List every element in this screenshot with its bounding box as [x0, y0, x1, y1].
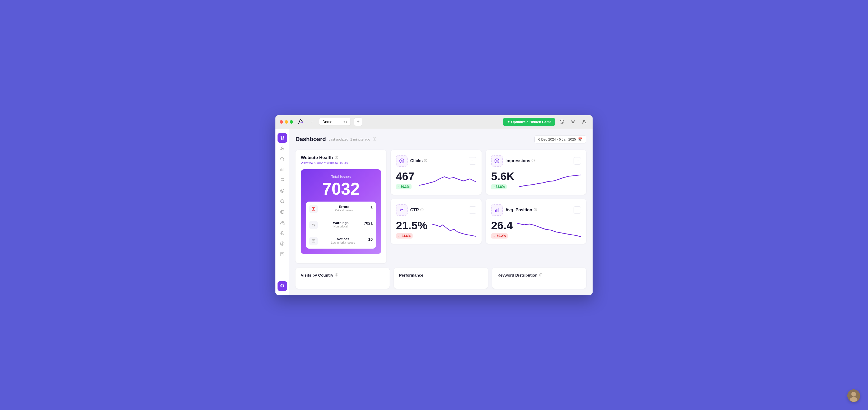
notices-desc: Low-priority issues — [321, 241, 365, 244]
health-notices-row: Notices Low-priority issues 10 — [309, 237, 373, 245]
optimize-button[interactable]: ✦ Optimize a Hidden Gem! — [503, 118, 555, 126]
sidebar-item-target[interactable] — [278, 196, 287, 206]
ctr-title-group: CTR ⓘ — [396, 204, 424, 216]
metrics-grid: Clicks ⓘ ··· 467 ↑ 50.3% — [296, 150, 586, 263]
impressions-card: Impressions ⓘ ··· 5.6K ↑ 83.8% — [486, 150, 586, 195]
add-workspace-button[interactable]: + — [354, 118, 362, 126]
health-warnings-row: Warnings Non-critical 7021 — [309, 221, 373, 229]
impressions-card-header: Impressions ⓘ ··· — [491, 155, 581, 167]
errors-count: 1 — [371, 205, 373, 209]
sun-icon-button[interactable] — [569, 118, 577, 126]
app-layout: Dashboard Last updated: 1 minute ago ⓘ 6… — [275, 129, 593, 295]
keyword-info-icon: ⓘ — [539, 273, 542, 277]
main-content: Dashboard Last updated: 1 minute ago ⓘ 6… — [289, 129, 593, 295]
avg-position-icon — [491, 204, 503, 216]
app-logo — [296, 118, 305, 126]
ctr-menu-button[interactable]: ··· — [469, 206, 476, 214]
visits-info-icon: ⓘ — [335, 273, 338, 277]
avg-position-label: Avg. Position ⓘ — [505, 208, 537, 212]
svg-rect-21 — [498, 208, 499, 212]
workspace-label: Demo — [322, 120, 332, 124]
sidebar-item-globe[interactable] — [278, 207, 287, 217]
svg-point-18 — [496, 160, 497, 161]
bottom-row: Visits by Country ⓘ Performance Keyword … — [296, 267, 586, 289]
sidebar-item-audio[interactable] — [278, 228, 287, 238]
sidebar-item-chart[interactable] — [278, 165, 287, 175]
clicks-card-header: Clicks ⓘ ··· — [396, 155, 476, 167]
clock-icon-button[interactable] — [558, 118, 566, 126]
svg-point-7 — [280, 199, 284, 203]
website-health-card: Website Health ⓘ View the numbr of websi… — [296, 150, 386, 263]
health-gradient-box: Total Issues 7032 — [301, 169, 381, 254]
workspace-selector[interactable]: Demo ⬆⬇ — [319, 118, 351, 126]
date-range-button[interactable]: 6 Dec 2024 - 5 Jan 2025 📅 — [534, 135, 586, 144]
clicks-label: Clicks ⓘ — [410, 158, 427, 163]
info-icon: ⓘ — [373, 137, 376, 141]
sidebar-item-layers-bottom[interactable] — [278, 281, 287, 291]
app-window: ← Demo ⬆⬇ + ✦ Optimize a Hidden Gem! — [275, 115, 593, 295]
visits-by-country-card: Visits by Country ⓘ — [296, 267, 390, 289]
health-card-title: Website Health ⓘ — [301, 155, 381, 160]
impressions-menu-button[interactable]: ··· — [574, 157, 581, 165]
warnings-name: Warnings — [321, 221, 361, 225]
ctr-badge: ↓ -24.6% — [396, 233, 412, 239]
clicks-badge: ↑ 50.3% — [396, 184, 411, 189]
metrics-left-column: Clicks ⓘ ··· 467 ↑ 50.3% — [391, 150, 482, 244]
sidebar-item-rocket[interactable] — [278, 144, 287, 153]
impressions-sparkline — [519, 171, 581, 189]
avg-position-badge: ↓ -69.2% — [491, 233, 508, 239]
user-avatar-corner[interactable] — [847, 389, 860, 402]
impressions-title-group: Impressions ⓘ — [491, 155, 535, 167]
svg-point-3 — [282, 148, 283, 149]
notices-info: Notices Low-priority issues — [321, 237, 365, 244]
sidebar — [275, 129, 289, 295]
clicks-title-group: Clicks ⓘ — [396, 155, 427, 167]
ctr-card-body: 21.5% ↓ -24.6% — [396, 220, 476, 239]
last-updated-text: Last updated: 1 minute ago — [329, 137, 370, 141]
svg-point-6 — [281, 190, 283, 192]
ctr-value: 21.5% — [396, 220, 427, 231]
health-issues-list: Errors Critical issues 1 — [306, 201, 376, 249]
back-button[interactable]: ← — [308, 119, 316, 125]
clicks-icon — [396, 155, 408, 167]
ctr-card-header: CTR ⓘ ··· — [396, 204, 476, 216]
sidebar-item-dollar[interactable] — [278, 239, 287, 248]
ctr-icon — [396, 204, 408, 216]
visits-by-country-title: Visits by Country ⓘ — [301, 273, 384, 277]
sidebar-item-book[interactable] — [278, 249, 287, 259]
svg-rect-20 — [496, 209, 497, 212]
maximize-button[interactable] — [290, 120, 293, 124]
health-errors-row: Errors Critical issues 1 — [309, 205, 373, 213]
avg-position-data: 26.4 ↓ -69.2% — [491, 220, 513, 239]
performance-card: Performance — [394, 267, 488, 289]
sidebar-item-search[interactable] — [278, 154, 287, 164]
health-info-icon: ⓘ — [335, 155, 338, 160]
sidebar-item-flag[interactable] — [278, 176, 287, 185]
keyword-distribution-card: Keyword Distribution ⓘ — [492, 267, 586, 289]
svg-point-29 — [851, 392, 856, 397]
page-title: Dashboard — [296, 136, 326, 143]
warnings-info: Warnings Non-critical — [321, 221, 361, 228]
minimize-button[interactable] — [285, 120, 288, 124]
close-button[interactable] — [280, 120, 283, 124]
sidebar-bottom-section — [278, 281, 287, 291]
errors-desc: Critical issues — [321, 209, 367, 212]
errors-name: Errors — [321, 205, 367, 209]
total-issues-label: Total Issues — [306, 175, 376, 179]
ctr-sparkline — [432, 220, 476, 239]
date-range-text: 6 Dec 2024 - 5 Jan 2025 — [538, 137, 576, 141]
user-icon-button[interactable] — [580, 118, 588, 126]
warnings-desc: Non-critical — [321, 225, 361, 228]
sidebar-item-users[interactable] — [278, 218, 287, 227]
impressions-value: 5.6K — [491, 171, 515, 182]
performance-title: Performance — [399, 273, 483, 277]
avg-position-card-header: Avg. Position ⓘ ··· — [491, 204, 581, 216]
sidebar-item-circle[interactable] — [278, 186, 287, 195]
avg-position-menu-button[interactable]: ··· — [574, 206, 581, 214]
health-card-subtitle: View the numbr of website issues — [301, 161, 381, 165]
clicks-value: 467 — [396, 171, 414, 182]
svg-rect-26 — [314, 225, 315, 226]
clicks-menu-button[interactable]: ··· — [469, 157, 476, 165]
sidebar-item-layers[interactable] — [278, 133, 287, 143]
dashboard-title-group: Dashboard Last updated: 1 minute ago ⓘ — [296, 136, 376, 143]
